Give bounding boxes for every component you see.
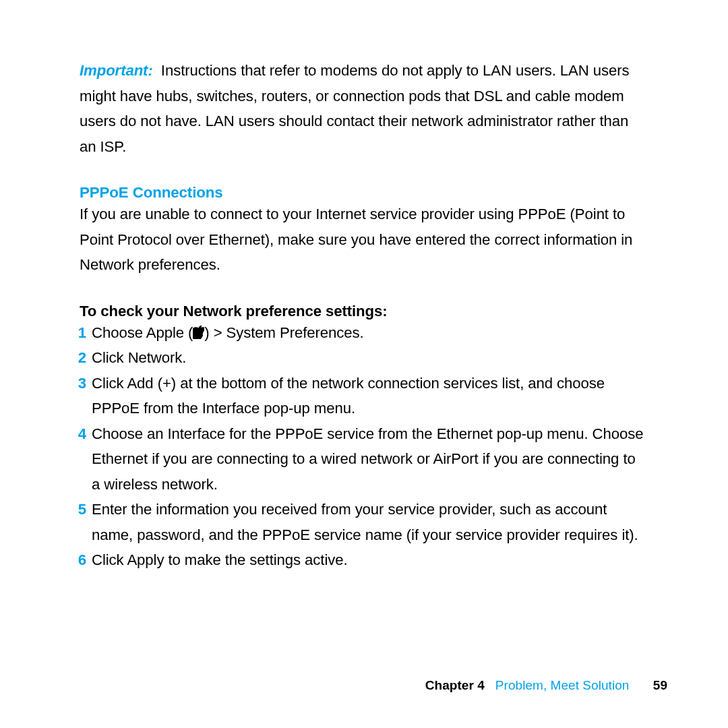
important-text: Instructions that refer to modems do not… [80, 62, 630, 155]
important-note: Important: Instructions that refer to mo… [80, 58, 647, 159]
procedure-steps: Choose Apple () > System Preferences. Cl… [80, 320, 647, 573]
step-1-suffix: ) > System Preferences. [204, 324, 363, 341]
step-4: Choose an Interface for the PPPoE servic… [80, 421, 647, 497]
section-heading: PPPoE Connections [80, 184, 647, 202]
step-5: Enter the information you received from … [80, 497, 647, 547]
step-6: Click Apply to make the settings active. [80, 547, 647, 573]
chapter-title: Problem, Meet Solution [495, 678, 630, 692]
step-3: Click Add (+) at the bottom of the netwo… [80, 371, 647, 421]
step-1: Choose Apple () > System Preferences. [80, 320, 647, 346]
important-label: Important: [80, 62, 153, 79]
step-2: Click Network. [80, 345, 647, 371]
page-footer: Chapter 4 Problem, Meet Solution 59 [425, 678, 667, 693]
procedure-heading: To check your Network preference setting… [80, 303, 647, 320]
step-1-prefix: Choose Apple ( [92, 324, 193, 341]
page-content: Important: Instructions that refer to mo… [80, 58, 647, 573]
apple-logo-icon [193, 324, 204, 341]
section-body: If you are unable to connect to your Int… [80, 202, 647, 278]
page-number: 59 [653, 678, 667, 692]
chapter-label: Chapter 4 [425, 678, 485, 692]
